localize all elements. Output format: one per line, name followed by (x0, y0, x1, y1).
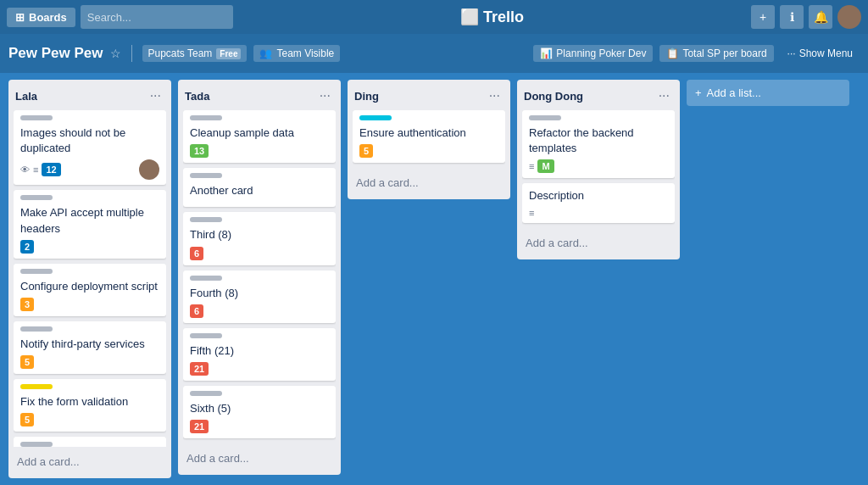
card-footer: ≡M (529, 159, 668, 173)
card[interactable]: Fifth (21)21 (183, 328, 336, 381)
add-list-button[interactable]: +Add a list... (687, 80, 849, 106)
grid-icon: ⊞ (15, 11, 25, 24)
visible-label: Team Visible (276, 47, 334, 59)
add-button[interactable]: + (751, 5, 775, 29)
card-badge: 2 (20, 240, 34, 254)
show-menu-button[interactable]: ··· Show Menu (781, 45, 860, 62)
card-footer: 6 (190, 304, 329, 318)
card-title: Configure deployment script (20, 279, 159, 294)
card-label-bar (529, 115, 561, 120)
card-badge: 21 (190, 362, 209, 376)
divider (131, 45, 132, 62)
card[interactable]: Fourth (8)6 (183, 270, 336, 323)
card[interactable]: Cleanup sample data13 (183, 110, 336, 163)
card-title: Fifth (21) (190, 343, 329, 359)
list-lala: Lala···Images should not be duplicated👁≡… (8, 80, 171, 478)
plus-icon: + (695, 86, 702, 99)
search-input[interactable] (81, 5, 233, 29)
card-label-bar (190, 217, 222, 222)
card-badge: 6 (190, 247, 203, 260)
list-header: Tada··· (183, 85, 336, 110)
card-icons: ≡ (529, 161, 534, 171)
list-header: Ding··· (353, 85, 505, 110)
card[interactable]: Images should not be duplicated👁≡12 (14, 110, 166, 185)
eye-icon: 👥 (259, 47, 272, 59)
card-label-bar (190, 173, 222, 178)
card-badge: 21 (190, 420, 209, 433)
card-label-bar (20, 115, 53, 120)
board-content: Lala···Images should not be duplicated👁≡… (0, 73, 868, 485)
card-badge: 12 (42, 163, 60, 176)
list-cards: Images should not be duplicated👁≡12Make … (14, 110, 166, 447)
card[interactable]: Fix the form validation5 (14, 379, 166, 432)
board-header-right: 📊 Planning Poker Dev 📋 Total SP per boar… (533, 45, 860, 62)
card-icons: ≡ (529, 208, 534, 218)
card[interactable]: Configure deployment script3 (14, 264, 166, 316)
list-cards: Ensure authentication5 (353, 110, 505, 168)
card[interactable]: Another card (183, 168, 336, 207)
list-cards: Refactor the backend templates≡MDescript… (522, 110, 675, 228)
info-button[interactable]: ℹ (780, 5, 804, 29)
add-card-button[interactable]: Add a card... (183, 447, 336, 470)
total-sp-link[interactable]: 📋 Total SP per board (659, 45, 773, 62)
notification-button[interactable]: 🔔 (809, 5, 832, 29)
card-label-bar (190, 276, 222, 281)
team-badge[interactable]: Pupcats Team Free (142, 45, 248, 62)
card-title: Ensure authentication (359, 125, 498, 141)
card[interactable]: Third (8)6 (183, 212, 336, 265)
card-footer: 5 (20, 355, 159, 369)
card[interactable]: Description≡ (522, 183, 675, 222)
list-ding: Ding···Ensure authentication5Add a card.… (348, 80, 510, 199)
description-icon: ≡ (529, 208, 534, 218)
card-title: Sixth (5) (190, 401, 329, 416)
card[interactable]: Make API accept multiple headers2 (14, 190, 166, 258)
list-title: Ding (354, 90, 379, 103)
card-avatar (139, 159, 159, 180)
free-badge: Free (216, 48, 241, 59)
card-footer: 21 (190, 362, 329, 376)
card-title: Make API accept multiple headers (20, 205, 159, 236)
add-card-button[interactable]: Add a card... (353, 171, 505, 194)
list-menu-button[interactable]: ··· (316, 88, 334, 103)
card-badge: 5 (359, 144, 373, 158)
card-title: Notify third-party services (20, 337, 159, 352)
list-header: Lala··· (14, 85, 166, 110)
card-label-bar (20, 384, 53, 389)
total-sp-icon: 📋 (666, 47, 679, 59)
card-label-bar (190, 333, 222, 338)
card-badge: 13 (190, 144, 209, 158)
card-badge: 6 (190, 304, 203, 318)
list-header: Dong Dong··· (522, 85, 675, 110)
eye-icon: 👁 (20, 164, 30, 175)
user-avatar[interactable] (837, 5, 861, 29)
card-footer: 6 (190, 247, 329, 260)
card[interactable]: Sixth (5)21 (183, 386, 336, 438)
card-title: Description (529, 188, 668, 203)
description-icon: ≡ (33, 164, 38, 175)
trello-logo: ⬜ Trello (238, 8, 746, 26)
list-menu-button[interactable]: ··· (147, 88, 164, 103)
add-card-button[interactable]: Add a card... (14, 450, 166, 473)
planning-poker-link[interactable]: 📊 Planning Poker Dev (533, 45, 653, 62)
card-title: Third (8) (190, 227, 329, 242)
card-footer: 3 (20, 298, 159, 311)
visible-badge[interactable]: 👥 Team Visible (253, 45, 340, 62)
card-label-bar (190, 391, 222, 396)
card-title: Fix the form validation (20, 394, 159, 410)
card-badge: M (537, 159, 554, 173)
card[interactable]: Ensure authentication5 (353, 110, 505, 163)
star-icon[interactable]: ☆ (110, 47, 121, 60)
add-card-button[interactable]: Add a card... (522, 231, 675, 254)
top-nav: ⊞ Boards ⬜ Trello + ℹ 🔔 (0, 0, 868, 34)
boards-button[interactable]: ⊞ Boards (7, 8, 75, 27)
list-menu-button[interactable]: ··· (655, 88, 673, 103)
list-menu-button[interactable]: ··· (486, 88, 504, 103)
chart-icon: 📊 (540, 47, 553, 59)
card-footer: 21 (190, 420, 329, 433)
card-footer: 👁≡12 (20, 159, 159, 180)
card-title: Fourth (8) (190, 286, 329, 301)
card-label-bar (190, 115, 222, 120)
card[interactable]: Refactor the backend templates≡M (522, 110, 675, 178)
card[interactable]: Notify third-party services5 (14, 321, 166, 374)
card[interactable]: Update documentation13 (14, 437, 166, 447)
